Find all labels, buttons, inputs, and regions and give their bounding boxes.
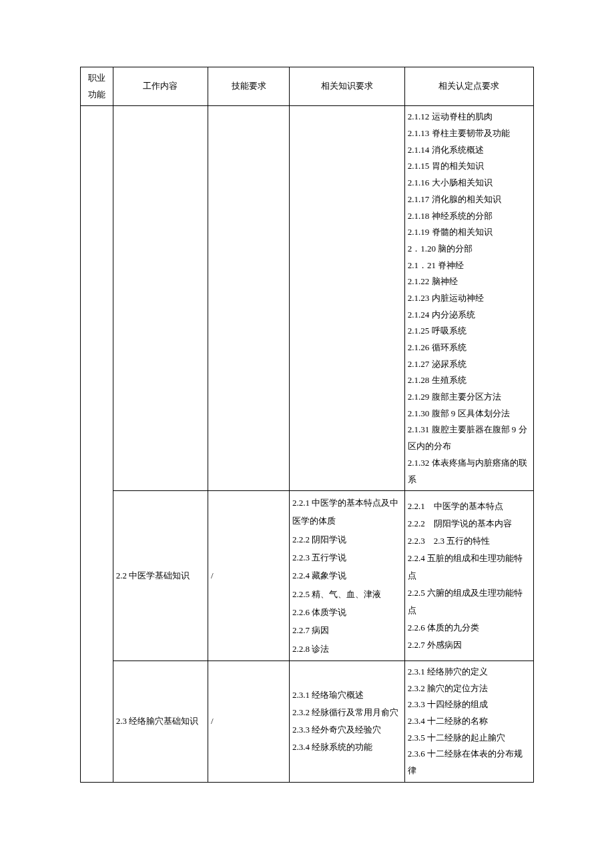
header-skill: 技能要求 bbox=[208, 67, 290, 106]
cell-points: 2.3.1 经络肺穴的定义 2.3.2 腧穴的定位方法 2.3.3 十四经脉的组… bbox=[404, 661, 533, 782]
document-page: 职业 功能 工作内容 技能要求 相关知识要求 相关认定点要求 2.1.12 运动… bbox=[0, 0, 614, 823]
cell-work: 2.3 经络腧穴基础知识 bbox=[113, 661, 208, 782]
header-function: 职业 功能 bbox=[81, 67, 113, 106]
cell-skill bbox=[208, 106, 290, 491]
cell-work: 2.2 中医学基础知识 bbox=[113, 491, 208, 661]
cell-function bbox=[81, 106, 113, 782]
cell-points: 2.2.1 中医学的基本特点 2.2.2 阴阳学说的基本内容 2.2.3 2.3… bbox=[404, 491, 533, 661]
cell-text: 2.2.1 中医学的基本特点及中医学的体质 2.2.2 阴阳学说 2.2.3 五… bbox=[292, 494, 402, 658]
header-points: 相关认定点要求 bbox=[404, 67, 533, 106]
cell-knowledge bbox=[290, 106, 405, 491]
cell-knowledge: 2.3.1 经络瑜穴概述 2.3.2 经脉循行及常用月俞穴 2.3.3 经外奇穴… bbox=[290, 661, 405, 782]
header-text: 功能 bbox=[88, 89, 105, 99]
table-row: 2.3 经络腧穴基础知识 / 2.3.1 经络瑜穴概述 2.3.2 经脉循行及常… bbox=[81, 661, 534, 782]
cell-skill: / bbox=[208, 661, 290, 782]
requirements-table: 职业 功能 工作内容 技能要求 相关知识要求 相关认定点要求 2.1.12 运动… bbox=[80, 67, 534, 783]
table-row: 2.2 中医学基础知识 / 2.2.1 中医学的基本特点及中医学的体质 2.2.… bbox=[81, 491, 534, 661]
header-text: 职业 bbox=[88, 73, 105, 83]
cell-skill: / bbox=[208, 491, 290, 661]
header-knowledge: 相关知识要求 bbox=[290, 67, 405, 106]
cell-text: 2.2.1 中医学的基本特点 2.2.2 阴阳学说的基本内容 2.2.3 2.3… bbox=[408, 498, 531, 654]
cell-work bbox=[113, 106, 208, 491]
cell-text: 2.3.1 经络瑜穴概述 2.3.2 经脉循行及常用月俞穴 2.3.3 经外奇穴… bbox=[292, 687, 402, 756]
table-header-row: 职业 功能 工作内容 技能要求 相关知识要求 相关认定点要求 bbox=[81, 67, 534, 106]
table-row: 2.1.12 运动脊柱的肌肉 2.1.13 脊柱主要韧带及功能 2.1.14 消… bbox=[81, 106, 534, 491]
cell-points: 2.1.12 运动脊柱的肌肉 2.1.13 脊柱主要韧带及功能 2.1.14 消… bbox=[404, 106, 533, 491]
cell-knowledge: 2.2.1 中医学的基本特点及中医学的体质 2.2.2 阴阳学说 2.2.3 五… bbox=[290, 491, 405, 661]
header-work: 工作内容 bbox=[113, 67, 208, 106]
